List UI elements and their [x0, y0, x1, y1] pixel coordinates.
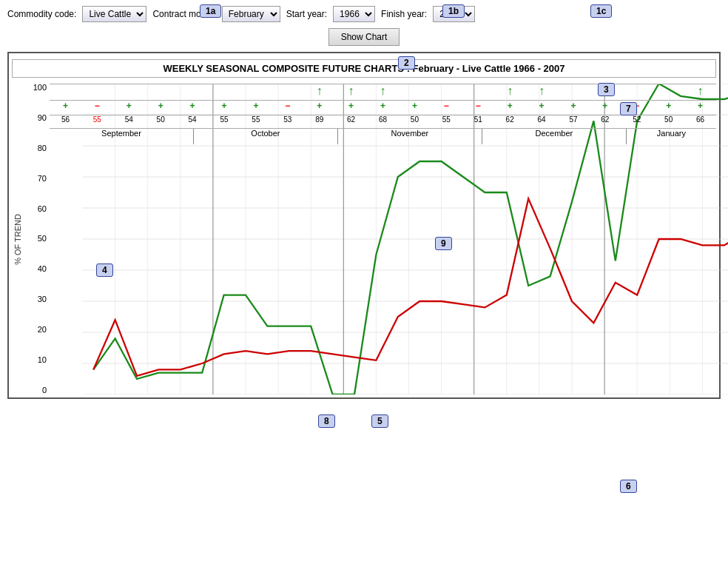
- pm-cell: +: [526, 101, 558, 115]
- arrow-cell: [462, 84, 494, 100]
- arrows-row: ↑ ↑ ↑ ↑ ↑ ↑ ↑: [50, 84, 716, 100]
- months-row: September October November December Janu…: [50, 128, 716, 144]
- num-cell: 55: [209, 115, 240, 128]
- arrow-up: ↑: [367, 84, 399, 100]
- arrow-cell: [621, 84, 653, 100]
- arrow-up: ↑: [494, 84, 526, 100]
- pm-cell: +: [684, 101, 716, 115]
- arrow-cell: [177, 84, 209, 100]
- arrow-cell: [145, 84, 177, 100]
- start-year-label: Start year:: [286, 9, 327, 19]
- num-cell: 55: [240, 115, 272, 128]
- month-september: September: [50, 129, 194, 144]
- num-cell: 62: [494, 115, 526, 128]
- pm-cell: +: [589, 101, 621, 115]
- num-cell: 57: [558, 115, 590, 128]
- y-axis-label: % OF TREND: [12, 214, 24, 265]
- pm-cell: +: [177, 101, 209, 115]
- pm-cell: +: [303, 101, 335, 115]
- pm-cell: +: [209, 101, 240, 115]
- annotation-9: 9: [435, 237, 452, 250]
- arrow-up: ↑: [684, 84, 716, 100]
- chart-container: WEEKLY SEASONAL COMPOSITE FUTURE CHARTS …: [7, 52, 721, 399]
- num-cell: 66: [684, 115, 716, 128]
- arrow-cell: [50, 84, 81, 100]
- num-cell: 54: [177, 115, 209, 128]
- pm-cell: +: [145, 101, 177, 115]
- pm-cell: −: [272, 101, 303, 115]
- num-cell: 51: [462, 115, 494, 128]
- arrow-up: ↑: [303, 84, 335, 100]
- num-cell: 64: [526, 115, 558, 128]
- arrow-cell: [431, 84, 462, 100]
- pm-cell: +: [335, 101, 367, 115]
- start-year-select[interactable]: 1966: [333, 6, 375, 22]
- pm-cell: −: [462, 101, 494, 115]
- num-cell: 50: [399, 115, 431, 128]
- num-cell: 56: [50, 115, 81, 128]
- annotation-1b: 1b: [442, 4, 465, 18]
- page-wrapper: 1a 1b 1c 2 3 4 5 6 7 8 9 Commodity code:…: [0, 0, 728, 564]
- numbers-row: 56 55 54 50 54 55 55 53 89 62 68 50 55 5…: [50, 115, 716, 128]
- arrow-up: ↑: [526, 84, 558, 100]
- month-january: January: [627, 129, 716, 144]
- pm-cell: +: [50, 101, 81, 115]
- annotation-1a: 1a: [200, 4, 221, 18]
- pm-cell: −: [431, 101, 462, 115]
- num-cell: 52: [621, 115, 653, 128]
- month-november: November: [338, 129, 482, 144]
- num-cell: 89: [303, 115, 335, 128]
- annotation-3: 3: [598, 83, 615, 96]
- chart-inner: 100 90 80 70 60 50 40 30 20 10 0: [24, 84, 716, 395]
- pm-cell: +: [399, 101, 431, 115]
- annotation-5: 5: [371, 414, 388, 428]
- arrow-cell: [399, 84, 431, 100]
- pm-cell: −: [81, 101, 113, 115]
- pm-cell: +: [240, 101, 272, 115]
- pm-cell: +: [367, 101, 399, 115]
- num-cell: 50: [653, 115, 684, 128]
- arrow-cell: [240, 84, 272, 100]
- num-cell: 50: [145, 115, 177, 128]
- finish-year-label: Finish year:: [381, 9, 427, 19]
- num-cell: 68: [367, 115, 399, 128]
- red-line: [93, 198, 728, 375]
- annotation-8: 8: [318, 414, 335, 428]
- annotation-1c: 1c: [590, 4, 612, 18]
- num-cell: 55: [431, 115, 462, 128]
- month-october: October: [194, 129, 338, 144]
- month-select[interactable]: February: [222, 6, 280, 22]
- num-cell: 55: [81, 115, 113, 128]
- chart-title: WEEKLY SEASONAL COMPOSITE FUTURE CHARTS …: [12, 59, 716, 78]
- arrow-up: ↑: [335, 84, 367, 100]
- num-cell: 54: [113, 115, 145, 128]
- top-bar: Commodity code: Live Cattle Contract mon…: [0, 0, 728, 28]
- arrow-cell: [558, 84, 590, 100]
- annotation-2: 2: [398, 56, 415, 70]
- chart-area: % OF TREND 100 90 80 70 60 50 40 30 20 1…: [12, 84, 716, 395]
- annotation-6: 6: [620, 480, 637, 493]
- annotation-7: 7: [620, 102, 637, 115]
- arrow-cell: [81, 84, 113, 100]
- bottom-section: ↑ ↑ ↑ ↑ ↑ ↑ ↑: [50, 84, 716, 144]
- pm-cell: +: [558, 101, 590, 115]
- commodity-select[interactable]: Live Cattle: [82, 6, 146, 22]
- arrow-cell: [113, 84, 145, 100]
- month-december: December: [482, 129, 627, 144]
- pm-cell: +: [494, 101, 526, 115]
- annotation-4: 4: [96, 263, 113, 277]
- arrow-cell: [653, 84, 684, 100]
- commodity-label: Commodity code:: [7, 9, 76, 19]
- pm-cell: +: [653, 101, 684, 115]
- arrow-cell: [209, 84, 240, 100]
- plus-minus-row: + − + + + + + − + + + + − − +: [50, 100, 716, 115]
- y-axis: 100 90 80 70 60 50 40 30 20 10 0: [24, 84, 50, 395]
- show-chart-button[interactable]: Show Chart: [328, 28, 400, 46]
- num-cell: 53: [272, 115, 303, 128]
- pm-cell: +: [113, 101, 145, 115]
- num-cell: 62: [335, 115, 367, 128]
- arrow-cell: [272, 84, 303, 100]
- num-cell: 62: [589, 115, 621, 128]
